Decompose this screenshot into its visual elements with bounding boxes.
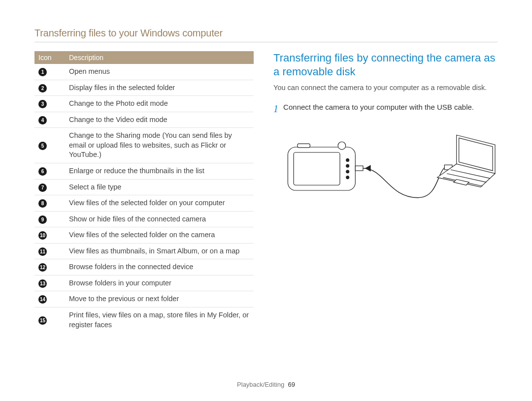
circled-number-icon: 10 [38, 231, 47, 240]
circled-number-icon: 11 [38, 247, 47, 256]
table-row: 9Show or hide files of the connected cam… [34, 211, 254, 227]
circled-number-icon: 12 [38, 263, 47, 272]
table-header-desc: Description [65, 51, 254, 64]
table-row: 8View files of the selected folder on yo… [34, 195, 254, 212]
row-desc: View files as thumbnails, in Smart Album… [65, 243, 254, 259]
table-row: 4Change to the Video edit mode [34, 112, 254, 128]
row-desc: Enlarge or reduce the thumbnails in the … [65, 163, 254, 179]
svg-point-4 [346, 170, 349, 173]
circled-number-icon: 13 [38, 279, 47, 288]
footer-page-number: 69 [288, 381, 295, 388]
svg-point-7 [338, 142, 346, 150]
circled-number-icon: 9 [38, 216, 47, 224]
row-desc: Change to the Video edit mode [65, 112, 254, 128]
step-number: 1 [273, 104, 278, 114]
icon-description-table: Icon Description 1Open menus 2Display fi… [34, 51, 254, 333]
circled-number-icon: 8 [38, 199, 47, 208]
table-row: 2Display files in the selected folder [34, 80, 254, 96]
table-header-icon: Icon [34, 51, 65, 64]
svg-rect-8 [355, 166, 363, 171]
row-desc: Move to the previous or next folder [65, 291, 254, 308]
row-desc: Print files, view files on a map, store … [65, 308, 254, 333]
table-row: 13Browse folders in your computer [34, 275, 254, 291]
table-row: 6Enlarge or reduce the thumbnails in the… [34, 163, 254, 179]
row-desc: Browse folders in your computer [65, 275, 254, 291]
table-row: 11View files as thumbnails, in Smart Alb… [34, 243, 254, 259]
svg-point-3 [346, 164, 349, 167]
table-row: 7Select a file type [34, 179, 254, 195]
row-desc: View files of the selected folder on you… [65, 195, 254, 212]
page-title: Transferring files to your Windows compu… [34, 28, 498, 42]
content-columns: Icon Description 1Open menus 2Display fi… [34, 51, 498, 333]
circled-number-icon: 3 [38, 100, 47, 108]
circled-number-icon: 4 [38, 116, 47, 124]
camera-to-laptop-diagram-icon [273, 124, 498, 213]
row-desc: Browse folders in the connected device [65, 259, 254, 276]
circled-number-icon: 15 [38, 316, 47, 325]
row-desc: View files of the selected folder on the… [65, 227, 254, 244]
left-column: Icon Description 1Open menus 2Display fi… [34, 51, 254, 333]
circled-number-icon: 1 [38, 68, 47, 76]
step-1: 1 Connect the camera to your computer wi… [273, 103, 498, 114]
footer-section: Playback/Editing [237, 381, 284, 388]
row-desc: Change to the Sharing mode (You can send… [65, 128, 254, 163]
right-column: Transferring files by connecting the cam… [273, 51, 498, 333]
circled-number-icon: 5 [38, 142, 47, 150]
svg-rect-1 [294, 152, 340, 185]
row-desc: Open menus [65, 64, 254, 80]
circled-number-icon: 6 [38, 167, 47, 176]
circled-number-icon: 7 [38, 184, 47, 192]
row-desc: Show or hide files of the connected came… [65, 211, 254, 227]
row-desc: Change to the Photo edit mode [65, 96, 254, 112]
page-footer: Playback/Editing 69 [0, 381, 532, 388]
circled-number-icon: 14 [38, 295, 47, 304]
svg-point-2 [346, 158, 349, 161]
svg-point-5 [346, 176, 349, 179]
svg-rect-6 [298, 144, 310, 148]
intro-paragraph: You can connect the camera to your compu… [273, 83, 498, 93]
circled-number-icon: 2 [38, 84, 47, 93]
table-row: 10View files of the selected folder on t… [34, 227, 254, 244]
table-row: 12Browse folders in the connected device [34, 259, 254, 276]
table-row: 5Change to the Sharing mode (You can sen… [34, 128, 254, 163]
table-row: 1Open menus [34, 64, 254, 80]
table-row: 15Print files, view files on a map, stor… [34, 308, 254, 333]
step-text: Connect the camera to your computer with… [283, 103, 474, 114]
row-desc: Display files in the selected folder [65, 80, 254, 96]
table-row: 14Move to the previous or next folder [34, 291, 254, 308]
row-desc: Select a file type [65, 179, 254, 195]
section-title: Transferring files by connecting the cam… [273, 51, 498, 78]
table-row: 3Change to the Photo edit mode [34, 96, 254, 112]
